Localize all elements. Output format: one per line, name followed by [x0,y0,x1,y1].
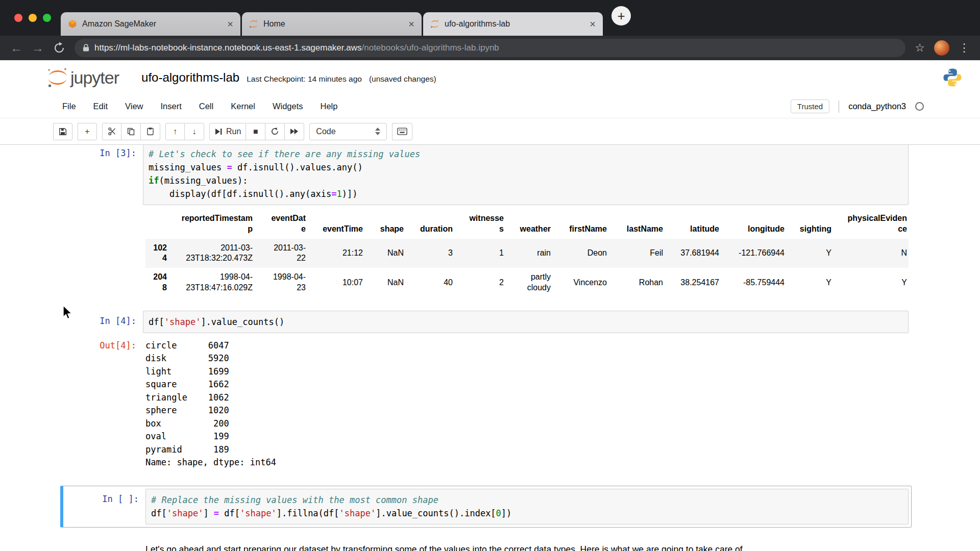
menu-view[interactable]: View [116,102,152,111]
cell-type-dropdown[interactable]: Code [309,123,387,140]
jupyter-logo-text: jupyter [70,68,119,88]
browser-window: Amazon SageMaker × Home × ufo-algorithms… [0,0,980,551]
cell-type-value: Code [316,127,335,136]
new-tab-button[interactable]: + [611,6,631,26]
menu-help[interactable]: Help [312,102,347,111]
move-cell-down-button[interactable]: ↓ [185,123,204,140]
floppy-icon [58,127,67,136]
code-input[interactable]: # Let's check to see if there are any mi… [143,145,909,205]
traffic-lights [14,14,51,22]
scissors-icon [108,127,116,136]
markdown-text: Let's go ahead and start preparing our d… [143,543,745,551]
back-icon[interactable]: ← [10,42,22,54]
tab-amazon-sagemaker[interactable]: Amazon SageMaker × [61,12,240,36]
cut-cell-button[interactable] [102,123,121,140]
jupyter-logo-icon [47,67,68,88]
arrow-up-icon: ↑ [173,128,177,136]
profile-avatar[interactable] [934,40,949,56]
jupyter-favicon-icon [430,19,439,29]
dropdown-arrows-icon [375,128,380,135]
input-prompt: In [4]: [63,311,143,333]
address-bar: ← → https://ml-labs-notebook-instance.no… [0,36,980,60]
code-cell-selected[interactable]: In [ ]: # Replace the missing values wit… [60,486,912,528]
jupyter-logo[interactable]: jupyter [47,67,119,88]
url-field[interactable]: https://ml-labs-notebook-instance.notebo… [75,39,905,57]
run-label: Run [226,127,241,136]
prompt-spacer [63,543,143,551]
jupyter-favicon-icon [249,19,258,29]
restart-kernel-button[interactable] [265,123,285,140]
url-path: /notebooks/ufo-algorithms-lab.ipynb [362,43,499,53]
copy-icon [127,127,135,136]
markdown-cell[interactable]: Let's go ahead and start preparing our d… [60,540,912,551]
unsaved-changes-status: (unsaved changes) [369,74,436,84]
menu-insert[interactable]: Insert [152,102,190,111]
kernel-name: conda_python3 [848,102,906,111]
keyboard-icon [397,128,407,135]
menu-kernel[interactable]: Kernel [222,102,264,111]
text-output: circle 6047 disk 5920 light 1699 square … [145,337,909,469]
bookmark-star-icon[interactable]: ☆ [915,41,925,55]
tab-title: Amazon SageMaker [82,19,223,29]
tab-title: ufo-algorithms-lab [445,19,585,29]
move-cell-up-button[interactable]: ↑ [165,123,185,140]
notebook-toolbar: + ↑ ↓ Run ■ [0,118,980,145]
restart-run-all-button[interactable] [285,123,304,140]
checkpoint-status: Last Checkpoint: 14 minutes ago [247,74,362,84]
zoom-window-button[interactable] [43,14,51,22]
kernel-idle-indicator [915,102,924,111]
tab-ufo-algorithms-lab[interactable]: ufo-algorithms-lab × [423,12,603,36]
browser-menu-icon[interactable]: ⋮ [959,41,970,55]
step-forward-icon [214,128,223,136]
tab-close-icon[interactable]: × [227,19,233,29]
input-prompt: In [3]: [63,145,143,205]
tab-title: Home [263,19,404,29]
stop-icon: ■ [253,128,258,136]
reload-icon[interactable] [53,42,65,54]
menu-cell[interactable]: Cell [190,102,222,111]
tab-close-icon[interactable]: × [408,19,414,29]
fast-forward-icon [290,128,299,135]
minimize-window-button[interactable] [29,14,37,22]
dataframe-table: reportedTimestampeventDateeventTimeshape… [145,209,909,297]
notebook-area: In [3]: # Let's check to see if there ar… [0,145,980,551]
code-input[interactable]: df['shape'].value_counts() [143,311,909,333]
tab-close-icon[interactable]: × [590,19,596,29]
restart-icon [271,127,279,136]
run-cell-button[interactable]: Run [209,123,246,140]
menu-bar: File Edit View Insert Cell Kernel Widget… [0,95,980,118]
divider [839,101,839,113]
code-input[interactable]: # Replace the missing values with the mo… [145,489,909,524]
table-row: 20481998-04-23T18:47:16.029Z1998-04-2310… [145,268,909,297]
menu-file[interactable]: File [62,102,85,111]
trusted-button[interactable]: Trusted [791,99,829,113]
table-row: 10242011-03-23T18:32:20.473Z2011-03-2221… [145,239,909,268]
arrow-down-icon: ↓ [192,128,197,136]
close-window-button[interactable] [14,14,22,22]
aws-sagemaker-icon [68,19,77,29]
menu-edit[interactable]: Edit [85,102,116,111]
lock-icon [83,43,89,53]
output-prompt [63,205,143,302]
code-cell-4: In [4]: df['shape'].value_counts() Out[4… [60,308,912,477]
insert-cell-button[interactable]: + [78,123,97,140]
clipboard-icon [146,127,155,136]
interrupt-kernel-button[interactable]: ■ [246,123,265,140]
save-button[interactable] [53,123,72,140]
python-logo-icon [942,67,963,88]
dataframe-output: reportedTimestampeventDateeventTimeshape… [143,205,909,302]
paste-cell-button[interactable] [141,123,160,140]
tab-strip: Amazon SageMaker × Home × ufo-algorithms… [0,0,980,36]
jupyter-header: jupyter ufo-algorithms-lab Last Checkpoi… [0,60,980,95]
menu-widgets[interactable]: Widgets [264,102,312,111]
command-palette-button[interactable] [392,123,412,140]
code-cell-3: In [3]: # Let's check to see if there ar… [60,145,912,305]
tab-home[interactable]: Home × [242,12,422,36]
input-prompt: In [ ]: [66,489,145,524]
copy-cell-button[interactable] [121,123,141,140]
output-prompt: Out[4]: [63,333,143,473]
forward-icon[interactable]: → [32,42,44,54]
plus-icon: + [85,128,89,136]
notebook-title[interactable]: ufo-algorithms-lab [141,70,239,85]
url-host: https://ml-labs-notebook-instance.notebo… [94,43,362,53]
